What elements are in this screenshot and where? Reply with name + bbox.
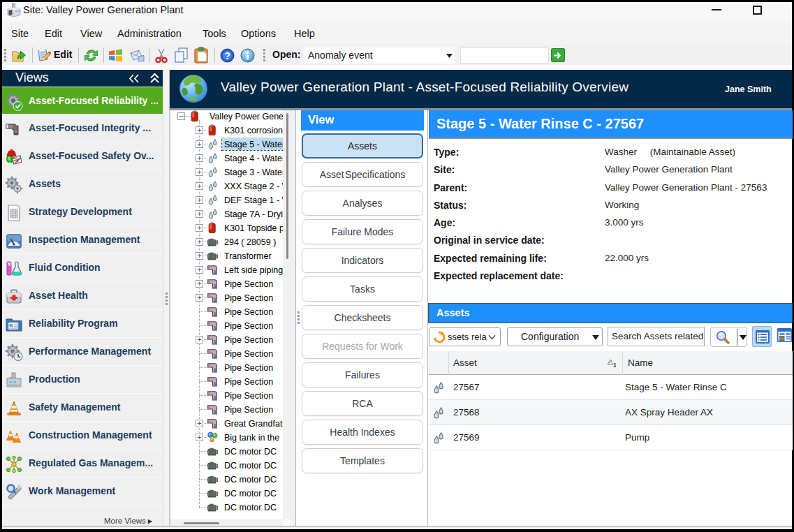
svg-text:?: ? xyxy=(225,50,231,61)
svg-text:1: 1 xyxy=(613,362,616,368)
